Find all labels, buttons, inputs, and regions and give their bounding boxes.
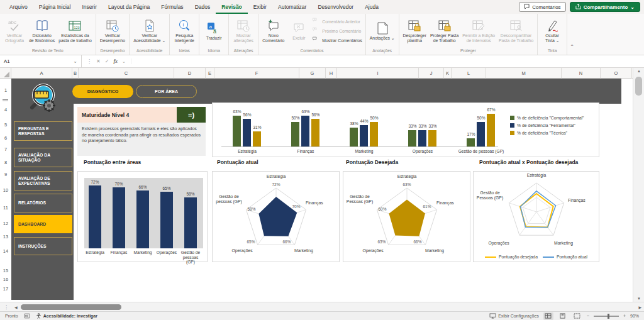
tab-desenvolvedor[interactable]: Desenvolvedor xyxy=(312,0,359,14)
tab-automatizar[interactable]: Automatizar xyxy=(272,0,312,14)
new-comment-button[interactable]: Novo Comentário xyxy=(260,18,286,45)
unprotect-sheet-button[interactable]: Desproteger planilha xyxy=(401,18,428,45)
column-header-B[interactable]: B xyxy=(72,68,79,79)
axis-label: Operações xyxy=(220,248,264,253)
check-accessibility-button[interactable]: Verificar Acessibilidade ⌄ xyxy=(131,18,167,45)
column-header-N[interactable]: N xyxy=(562,68,601,79)
row-header-14[interactable]: 14 xyxy=(0,248,11,254)
column-header-L[interactable]: L xyxy=(452,68,486,79)
tab-inserir[interactable]: Inserir xyxy=(76,0,103,14)
tab-layout-da-pagina[interactable]: Layout da Página xyxy=(103,0,155,14)
vertical-scrollbar[interactable]: ▲ ▼ xyxy=(633,68,644,302)
workbook-statistics-button[interactable]: 123Estatísticas da pasta de trabalho xyxy=(57,18,94,45)
notes-button[interactable]: Anotações ⌄ xyxy=(368,20,397,42)
column-header-M[interactable]: M xyxy=(486,68,562,79)
row-header-15[interactable]: 15 xyxy=(0,268,11,273)
row-header-13[interactable]: 13 xyxy=(0,234,11,240)
sidebar-item-relatorios[interactable]: RELATÓRIOS xyxy=(14,194,72,212)
scroll-up-icon[interactable]: ▲ xyxy=(633,69,644,73)
tab-dados[interactable]: Dados xyxy=(189,0,216,14)
row-header-7[interactable]: 7 xyxy=(0,146,11,152)
vertical-scroll-thumb[interactable] xyxy=(635,77,642,96)
insert-function-icon[interactable]: fx xyxy=(113,58,118,64)
sidebar-item-avaliacao-da-situacao[interactable]: AVALIAÇÃO DA SITUAÇÃO xyxy=(14,148,72,167)
scroll-right-icon[interactable]: ▶ xyxy=(638,305,644,309)
bar xyxy=(160,192,173,248)
row-header-17[interactable]: 17 xyxy=(0,286,11,292)
column-header-O[interactable]: O xyxy=(601,68,632,79)
row-header-1[interactable]: 1 xyxy=(0,87,11,93)
share-button[interactable]: Compartilhamento ⌄ xyxy=(570,2,640,12)
chart-deficiency-by-area[interactable]: 63%56%31%Estratégia50%63%56%Finanças38%4… xyxy=(212,102,599,157)
sidebar-item-perguntas-e-respostas[interactable]: PERGUNTAS E RESPOSTAS xyxy=(14,121,72,141)
chart-radar-combo[interactable]: EstratégiaFinançasMarketingOperaçõesGest… xyxy=(473,171,599,262)
zoom-out-button[interactable]: − xyxy=(587,314,589,318)
tab-ajuda[interactable]: Ajuda xyxy=(359,0,384,14)
column-header-J[interactable]: J xyxy=(419,68,444,79)
select-all-corner[interactable] xyxy=(0,68,11,79)
hide-ink-button[interactable]: Ocultar Tinta ⌄ xyxy=(540,18,565,45)
protect-workbook-button[interactable]: Proteger Pasta de Trabalho xyxy=(428,18,460,45)
scroll-left-icon[interactable]: ◀ xyxy=(13,305,19,309)
row-header-9[interactable]: 9 xyxy=(0,172,11,177)
column-header-I[interactable]: I xyxy=(337,68,419,79)
row-header-12[interactable]: 12 xyxy=(0,221,11,226)
zoom-slider-thumb[interactable] xyxy=(608,314,609,319)
tab-revisao[interactable]: Revisão xyxy=(216,0,248,14)
horizontal-scroll-thumb[interactable] xyxy=(21,304,121,310)
tab-formulas[interactable]: Fórmulas xyxy=(155,0,189,14)
tab-exibir[interactable]: Exibir xyxy=(248,0,272,14)
sidebar-item-avaliacao-de-expectativas[interactable]: AVALIAÇÃO DE EXPECTATIVAS xyxy=(14,171,72,190)
comments-button[interactable]: Comentários xyxy=(519,2,565,12)
show-comments-button[interactable]: Mostrar Comentários xyxy=(313,36,362,45)
row-header-6[interactable]: 6 xyxy=(0,135,11,141)
enter-icon[interactable]: ✓ xyxy=(105,58,109,64)
zoom-slider[interactable] xyxy=(594,316,619,317)
page-break-view-button[interactable] xyxy=(572,312,582,320)
collapse-ribbon-icon[interactable]: ⌃ xyxy=(567,14,579,55)
nav-pill-diagnostico[interactable]: DIAGNÓSTICO xyxy=(72,85,133,98)
row-header-4[interactable]: 4 xyxy=(0,107,11,113)
row-header-10[interactable]: 10 xyxy=(0,187,11,193)
sidebar-item-instrucoes[interactable]: INSTRUÇÕES xyxy=(14,237,72,255)
row-header-11[interactable]: 11 xyxy=(0,205,11,211)
display-settings-button[interactable]: Exibir Configurações xyxy=(489,313,539,319)
sidebar-item-dashboard[interactable]: DASHBOARD xyxy=(14,215,72,233)
accessibility-status[interactable]: Acessibilidade: investigar xyxy=(36,313,97,319)
splitter-handle-icon[interactable]: ⋮ xyxy=(0,304,13,310)
column-header-K[interactable]: K xyxy=(444,68,452,79)
chart-radar-atual[interactable]: Estratégia72%Finanças70%Marketing66%Oper… xyxy=(212,171,340,262)
page-layout-view-button[interactable] xyxy=(558,312,568,320)
name-box[interactable]: A1 ⌄ xyxy=(0,55,82,67)
row-header-16[interactable]: 16 xyxy=(0,277,11,282)
formula-input[interactable] xyxy=(131,55,644,67)
column-header-G[interactable]: G xyxy=(299,68,326,79)
chevron-down-icon[interactable]: ⌄ xyxy=(122,59,126,64)
smart-lookup-button[interactable]: iPesquisa Inteligente xyxy=(172,18,197,45)
column-header-D[interactable]: D xyxy=(174,68,206,79)
column-header-A[interactable]: A xyxy=(11,68,72,79)
column-header-C[interactable]: C xyxy=(79,68,174,79)
chart-score-bars[interactable]: 72%Estratégia70%Finanças66%Marketing65%O… xyxy=(77,171,208,262)
tab-pagina-inicial[interactable]: Página Inicial xyxy=(33,0,77,14)
column-header-E[interactable]: E xyxy=(206,68,214,79)
cancel-icon[interactable]: ✕ xyxy=(96,58,101,64)
chart-radar-desejada[interactable]: Estratégia63%Finanças61%Marketing66%Oper… xyxy=(343,171,470,262)
normal-view-button[interactable] xyxy=(543,312,553,320)
zoom-in-button[interactable]: + xyxy=(623,314,626,318)
column-header-F[interactable]: F xyxy=(214,68,299,79)
column-header-H[interactable]: H xyxy=(326,68,337,79)
scroll-down-icon[interactable]: ▼ xyxy=(633,297,644,301)
thesaurus-button[interactable]: Dicionário de Sinônimos xyxy=(27,18,57,45)
nav-pill-por-area[interactable]: POR ÁREA xyxy=(136,85,197,98)
more-dots-icon[interactable]: ⋮ xyxy=(87,58,92,64)
tab-arquivo[interactable]: Arquivo xyxy=(4,0,33,14)
sheet-area[interactable]: 14567891011121314151617 PERGUNTAS E RESP… xyxy=(0,79,633,302)
horizontal-scrollbar[interactable]: ⋮ ◀ ▶ xyxy=(0,302,644,311)
row-header-5[interactable]: 5 xyxy=(0,122,11,128)
zoom-level-label[interactable]: 90% xyxy=(630,314,639,318)
translate-button[interactable]: aãTraduzir xyxy=(201,20,226,42)
macro-record-icon[interactable] xyxy=(24,313,30,319)
check-performance-button[interactable]: Verificar Desempenho xyxy=(98,18,127,45)
row-header-8[interactable]: 8 xyxy=(0,160,11,165)
